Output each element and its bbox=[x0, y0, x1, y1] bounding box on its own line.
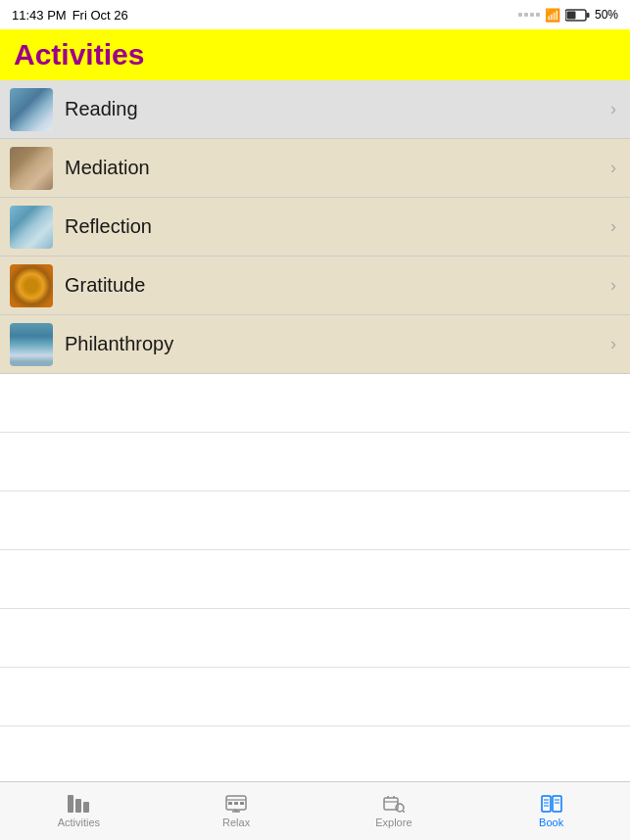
svg-rect-20 bbox=[553, 796, 561, 812]
mediation-thumbnail bbox=[10, 147, 53, 190]
empty-rows bbox=[0, 374, 630, 840]
svg-line-18 bbox=[403, 811, 405, 813]
activity-label: Philanthropy bbox=[65, 333, 610, 355]
tab-activities-label: Activities bbox=[58, 817, 100, 828]
status-bar: 11:43 PM Fri Oct 26 📶 50% bbox=[0, 0, 630, 29]
battery-icon bbox=[565, 9, 590, 22]
activity-label: Gratitude bbox=[65, 274, 610, 297]
empty-row bbox=[0, 433, 630, 491]
status-left: 11:43 PM Fri Oct 26 bbox=[12, 8, 128, 23]
signal-icon bbox=[518, 13, 540, 17]
reading-thumbnail bbox=[10, 88, 53, 131]
svg-rect-9 bbox=[234, 802, 238, 805]
page-header: Activities bbox=[0, 29, 630, 80]
relax-tab-icon bbox=[224, 794, 248, 814]
tab-explore-label: Explore bbox=[375, 817, 412, 828]
svg-rect-3 bbox=[68, 795, 73, 813]
date: Fri Oct 26 bbox=[73, 8, 128, 23]
chevron-icon: › bbox=[610, 216, 616, 237]
activity-label: Reflection bbox=[65, 215, 610, 238]
svg-rect-4 bbox=[75, 799, 81, 813]
time: 11:43 PM bbox=[12, 8, 67, 23]
activity-label: Mediation bbox=[65, 157, 610, 179]
explore-tab-icon bbox=[382, 794, 406, 814]
tab-book-label: Book bbox=[539, 817, 563, 828]
list-item[interactable]: Reading › bbox=[0, 80, 630, 139]
svg-rect-1 bbox=[586, 13, 589, 18]
empty-row bbox=[0, 550, 630, 609]
list-item[interactable]: Reflection › bbox=[0, 198, 630, 257]
chevron-icon: › bbox=[610, 275, 616, 296]
page-title: Activities bbox=[14, 38, 144, 71]
philanthropy-thumbnail bbox=[10, 323, 53, 366]
activities-tab-icon bbox=[67, 794, 90, 814]
activity-label: Reading bbox=[65, 98, 610, 120]
svg-rect-5 bbox=[83, 802, 89, 813]
chevron-icon: › bbox=[610, 158, 616, 178]
tab-explore[interactable]: Explore bbox=[315, 788, 473, 834]
empty-row bbox=[0, 491, 630, 550]
svg-rect-8 bbox=[228, 802, 232, 805]
wifi-icon: 📶 bbox=[545, 8, 560, 23]
book-tab-icon bbox=[540, 794, 563, 814]
svg-rect-19 bbox=[542, 796, 551, 812]
tab-bar: Activities Relax bbox=[0, 781, 630, 840]
tab-relax[interactable]: Relax bbox=[158, 788, 315, 834]
svg-point-17 bbox=[396, 804, 404, 812]
tab-book[interactable]: Book bbox=[472, 788, 630, 834]
activity-list: Reading › Mediation › Reflection › Grati… bbox=[0, 80, 630, 374]
gratitude-thumbnail bbox=[10, 264, 53, 307]
empty-row bbox=[0, 726, 630, 785]
empty-row bbox=[0, 609, 630, 668]
list-item[interactable]: Mediation › bbox=[0, 139, 630, 198]
svg-rect-2 bbox=[566, 11, 575, 19]
chevron-icon: › bbox=[610, 99, 616, 119]
tab-activities[interactable]: Activities bbox=[0, 788, 158, 834]
list-item[interactable]: Philanthropy › bbox=[0, 315, 630, 374]
list-item[interactable]: Gratitude › bbox=[0, 257, 630, 315]
battery-percent: 50% bbox=[595, 8, 618, 22]
reflection-thumbnail bbox=[10, 206, 53, 249]
chevron-icon: › bbox=[610, 334, 616, 354]
status-right: 📶 50% bbox=[518, 8, 618, 23]
tab-relax-label: Relax bbox=[222, 817, 250, 828]
svg-rect-10 bbox=[240, 802, 244, 805]
empty-row bbox=[0, 374, 630, 433]
empty-row bbox=[0, 668, 630, 726]
